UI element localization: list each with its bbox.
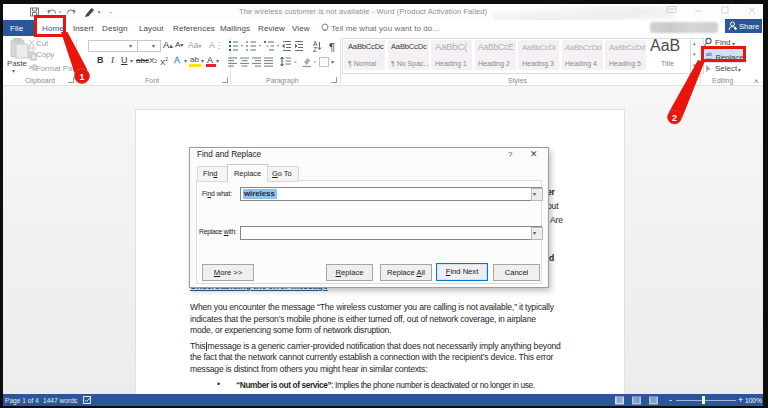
svg-text:1: 1 <box>79 72 84 82</box>
svg-text:¶: ¶ <box>329 41 335 53</box>
svg-text:2: 2 <box>672 113 677 123</box>
svg-text:Z: Z <box>313 46 317 53</box>
